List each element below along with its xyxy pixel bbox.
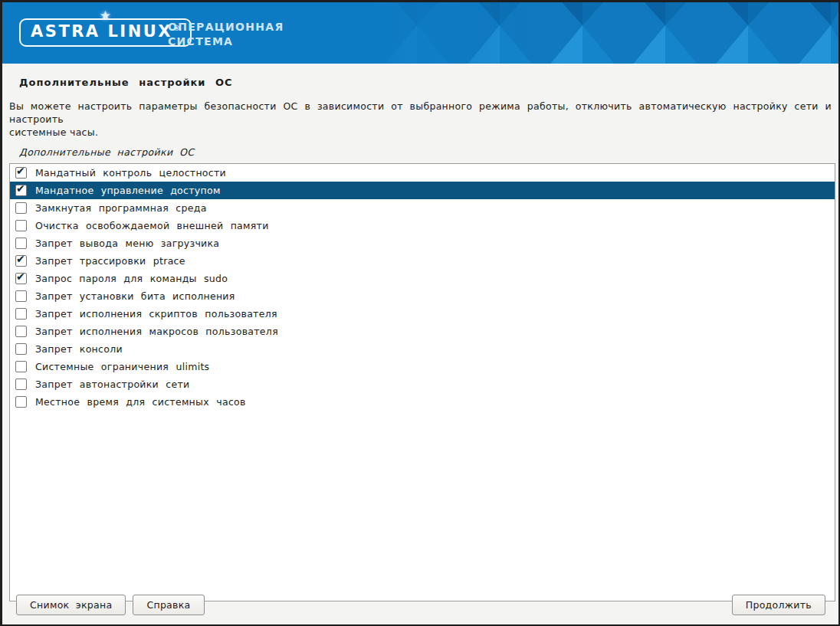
option-row[interactable]: Очистка освобождаемой внешней памяти xyxy=(10,217,835,234)
option-checkbox[interactable] xyxy=(15,238,27,249)
checkmark-icon: ✔ xyxy=(16,183,25,194)
option-label: Запрет вывода меню загрузчика xyxy=(35,238,219,249)
header-subtitle-line1: ОПЕРАЦИОННАЯ xyxy=(168,20,284,34)
page-title: Дополнительные настройки ОС xyxy=(19,77,832,88)
option-row[interactable]: Запрет исполнения скриптов пользователя xyxy=(10,305,835,323)
description-line1: Вы можете настроить параметры безопаснос… xyxy=(9,100,832,126)
option-checkbox[interactable]: ✔ xyxy=(15,255,27,267)
screenshot-button[interactable]: Снимок экрана xyxy=(16,595,126,615)
option-label: Запрет консоли xyxy=(35,343,123,355)
option-label: Запрет установки бита исполнения xyxy=(35,290,235,302)
header-subtitle-line2: СИСТЕМА xyxy=(168,34,284,49)
option-label: Запрет трассировки ptrace xyxy=(35,255,185,267)
option-row[interactable]: Запрет вывода меню загрузчика xyxy=(10,234,835,252)
checkmark-icon: ✔ xyxy=(16,254,25,264)
option-row[interactable]: Местное время для системных часов xyxy=(10,393,835,411)
option-label: Запрет исполнения макросов пользователя xyxy=(35,326,278,337)
description-line2: системные часы. xyxy=(9,126,832,139)
checkmark-icon: ✔ xyxy=(16,271,25,282)
footer-bar: Снимок экрана Справка Продолжить xyxy=(16,595,825,615)
checkmark-icon: ✔ xyxy=(16,166,25,176)
option-row[interactable]: ✔Мандатный контроль целостности xyxy=(10,164,835,182)
option-label: Мандатный контроль целостности xyxy=(35,167,226,179)
option-label: Местное время для системных часов xyxy=(35,396,246,408)
option-row[interactable]: ✔Запрет трассировки ptrace xyxy=(10,252,835,270)
option-checkbox[interactable]: ✔ xyxy=(15,167,27,179)
option-checkbox[interactable] xyxy=(15,290,27,302)
option-row[interactable]: Запрет автонастройки сети xyxy=(10,375,835,393)
option-row[interactable]: Запрет консоли xyxy=(10,340,835,358)
option-row[interactable]: Запрет исполнения макросов пользователя xyxy=(10,323,835,340)
help-button[interactable]: Справка xyxy=(133,595,204,615)
option-checkbox[interactable] xyxy=(15,343,27,355)
option-row[interactable]: ✔Мандатное управление доступом xyxy=(10,182,835,199)
option-checkbox[interactable] xyxy=(15,308,27,320)
installer-window: ★ASTRA LINUX® ОПЕРАЦИОННАЯ СИСТЕМА Допол… xyxy=(0,0,840,626)
option-checkbox[interactable] xyxy=(15,379,27,390)
main-content: Дополнительные настройки ОС Вы можете на… xyxy=(2,64,838,601)
option-label: Мандатное управление доступом xyxy=(35,185,221,196)
option-label: Замкнутая программная среда xyxy=(35,202,207,214)
option-checkbox[interactable]: ✔ xyxy=(15,273,27,284)
option-checkbox[interactable] xyxy=(15,326,27,337)
logo-text: ASTRA LINUX xyxy=(31,22,172,41)
option-row[interactable]: Замкнутая программная среда xyxy=(10,199,835,217)
option-label: Очистка освобождаемой внешней памяти xyxy=(35,220,269,231)
option-checkbox[interactable] xyxy=(15,396,27,408)
option-row[interactable]: Запрет установки бита исполнения xyxy=(10,287,835,305)
page-description: Вы можете настроить параметры безопаснос… xyxy=(9,100,832,139)
option-checkbox[interactable] xyxy=(15,202,27,214)
option-row[interactable]: ✔Запрос пароля для команды sudo xyxy=(10,270,835,287)
pattern-fade-overlay xyxy=(363,2,563,64)
option-row[interactable]: Системные ограничения ulimits xyxy=(10,358,835,375)
option-label: Системные ограничения ulimits xyxy=(35,361,209,372)
continue-button[interactable]: Продолжить xyxy=(732,595,825,615)
option-checkbox[interactable] xyxy=(15,361,27,372)
option-checkbox[interactable]: ✔ xyxy=(15,185,27,196)
header-banner: ★ASTRA LINUX® ОПЕРАЦИОННАЯ СИСТЕМА xyxy=(2,2,838,64)
star-icon: ★ xyxy=(100,9,111,22)
option-label: Запрос пароля для команды sudo xyxy=(35,273,228,284)
astra-linux-logo: ★ASTRA LINUX® xyxy=(19,18,192,47)
header-subtitle: ОПЕРАЦИОННАЯ СИСТЕМА xyxy=(168,20,284,49)
option-checkbox[interactable] xyxy=(15,220,27,231)
options-list: ✔Мандатный контроль целостности✔Мандатно… xyxy=(9,163,835,601)
options-list-label: Дополнительные настройки ОС xyxy=(19,146,832,158)
option-label: Запрет исполнения скриптов пользователя xyxy=(35,308,277,320)
option-label: Запрет автонастройки сети xyxy=(35,379,190,390)
